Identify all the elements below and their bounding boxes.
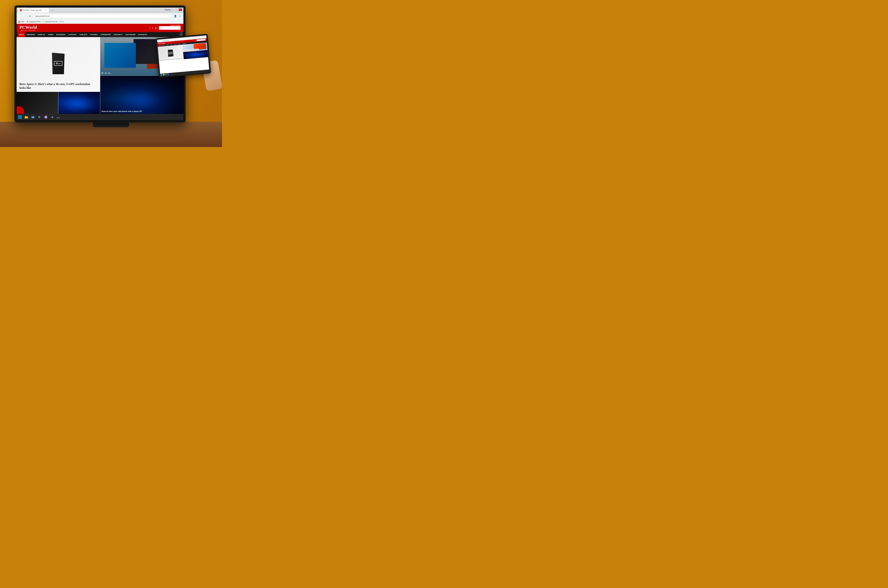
svg-point-7 (39, 117, 40, 118)
tablet-browser: ← → www.pcworld.com PCWorld f (157, 35, 210, 76)
site-search-bar[interactable]: 🔍 (159, 26, 180, 30)
svg-point-5 (33, 117, 34, 118)
boxx-computer-image: BOXX (52, 52, 64, 74)
nav-hardware[interactable]: HARDWARE (99, 32, 112, 37)
imported-label: Imported From IE (45, 21, 57, 22)
svg-rect-2 (25, 116, 26, 117)
tablet-chrome-icon[interactable] (165, 74, 166, 75)
tablet-url: www.pcworld.com (162, 39, 169, 41)
social-icons: f 𝕏 g+ 🔍 (150, 26, 180, 30)
hero-article[interactable]: BOXX Boxx Apexx 5: Here's what a 36-core… (16, 37, 100, 92)
tablet-back-btn[interactable]: ← (158, 40, 159, 42)
bottom-article-right[interactable] (58, 92, 100, 114)
side-article-top-text: H... d... b... (100, 70, 113, 75)
onedrive-taskbar-icon[interactable] (30, 115, 36, 120)
site-logo: PCWorld (20, 25, 37, 30)
side-article-bottom-text: How to turn your old phone into a basic … (100, 109, 144, 114)
apps-text: Apps (57, 117, 60, 118)
svg-point-12 (52, 117, 53, 118)
tablet-ie-icon[interactable] (167, 74, 169, 75)
tablet-start-button[interactable] (160, 74, 162, 76)
forward-button[interactable]: → (23, 14, 27, 18)
se-label: se (62, 21, 64, 22)
tab-title: PCWorld - News, tips and ... (23, 9, 44, 11)
tablet-nav-hardware[interactable]: HARDWARE (182, 43, 186, 44)
tablet-files-icon[interactable] (163, 74, 165, 76)
tablet-nav-tablets[interactable]: TABLETS (173, 44, 177, 45)
tablet-article-boxx[interactable]: BOXX Boxx Apexx 5: Here's what a 36-core… (158, 45, 183, 62)
tablet-site: PCWorld f 𝕏 g+ NEWS REVIEWS (157, 38, 209, 74)
nav-news[interactable]: NEWS (17, 32, 26, 37)
scene: AQUOS SHARP P PCWorld - News, tips and .… (0, 0, 222, 147)
site-tagline: Work. Life. Productivity. (20, 29, 37, 31)
user-account-icon[interactable]: 👤 (173, 14, 177, 18)
bookmarks-bar: Apps 🔖 Suggested Sites 📁 Imported From I… (16, 20, 183, 24)
browser-icons: 👤 ≡ (173, 14, 182, 18)
restore-button[interactable]: ❐ (175, 9, 178, 11)
chrome-taskbar-icon[interactable] (43, 115, 49, 120)
tab-favicon: P (20, 9, 22, 11)
tablet-forward-btn[interactable]: → (159, 40, 161, 41)
taskbar-apps-label: Apps (57, 116, 60, 119)
windows-taskbar: Apps (16, 114, 183, 120)
tablet-container: ← → www.pcworld.com PCWorld f (157, 36, 215, 83)
settings-taskbar-icon[interactable] (50, 115, 55, 120)
new-tab-button[interactable]: + (50, 8, 54, 12)
suggested-sites-label: Suggested Sites (29, 21, 41, 22)
steam-taskbar-icon[interactable] (36, 115, 42, 120)
chrome-navbar: ← → ↻ www.pcworld.com 👤 ≡ (16, 13, 183, 20)
nav-security[interactable]: SECURITY (112, 32, 124, 37)
twitter-icon[interactable]: 𝕏 (152, 27, 153, 29)
bottom-articles (16, 92, 100, 114)
nav-software[interactable]: SOFTWARE (124, 32, 137, 37)
search-icon: 🔍 (160, 27, 162, 29)
address-bar[interactable]: www.pcworld.com (33, 14, 172, 18)
facebook-icon[interactable]: f (150, 27, 150, 29)
imported-ie-bookmark[interactable]: 📁 Imported From IE (42, 21, 57, 22)
bottom-article-left[interactable] (16, 92, 58, 114)
nav-phones[interactable]: PHONES (89, 32, 99, 37)
close-button[interactable]: ✕ (179, 9, 182, 11)
tablet-nav-howto[interactable]: HOW-TO (166, 45, 170, 46)
nav-reviews[interactable]: REVIEWS (26, 32, 36, 37)
refresh-button[interactable]: ↻ (28, 14, 32, 18)
se-bookmark[interactable]: 🔗 se (59, 21, 64, 22)
tablet-nav-video[interactable]: VIDEO (170, 44, 173, 45)
apps-bookmark[interactable]: Apps (18, 21, 24, 22)
browser-tab[interactable]: P PCWorld - News, tips and ... ✕ (18, 8, 49, 13)
tablet-nav-news[interactable]: NEWS (158, 45, 161, 46)
nav-gadgets[interactable]: GADGETS (137, 32, 148, 37)
tab-close-button[interactable]: ✕ (45, 9, 47, 12)
nav-business[interactable]: BUSINESS (55, 32, 67, 37)
apps-label: Apps (21, 21, 24, 22)
chrome-titlebar: P PCWorld - News, tips and ... ✕ + Thoma… (16, 8, 183, 13)
tablet: ← → www.pcworld.com PCWorld f (156, 34, 211, 78)
tablet-logo: PCWorld (158, 42, 165, 45)
tablet-nav-phones[interactable]: PHONES (177, 44, 181, 45)
googleplus-icon[interactable]: g+ (155, 27, 158, 29)
minimize-button[interactable]: — (171, 9, 174, 11)
hero-text: Boxx Apexx 5: Here's what a 36-core, 5-G… (16, 81, 100, 92)
subscribe-button[interactable]: SUBSCRIBE (171, 24, 180, 26)
nav-tablets[interactable]: TABLETS (78, 32, 89, 37)
menu-icon[interactable]: ≡ (178, 14, 182, 18)
site-header: PCWorld Work. Life. Productivity. f 𝕏 g+… (16, 24, 183, 32)
svg-rect-1 (25, 117, 28, 118)
nav-laptops[interactable]: LAPTOPS (67, 32, 78, 37)
back-button[interactable]: ← (18, 14, 22, 18)
tablet-nav-reviews[interactable]: REVIEWS (161, 45, 165, 46)
bottom-article-right-image (58, 92, 100, 114)
apps-icon (18, 21, 20, 22)
window-controls: — ❐ ✕ (171, 9, 182, 11)
nav-howto[interactable]: HOW-TO (36, 32, 46, 37)
windows-logo (18, 116, 22, 119)
suggested-sites-bookmark[interactable]: 🔖 Suggested Sites (26, 21, 41, 22)
file-explorer-taskbar-icon[interactable] (23, 115, 29, 120)
user-label: Thomas (164, 9, 171, 11)
svg-point-11 (45, 117, 46, 118)
hero-title: Boxx Apexx 5: Here's what a 36-core, 5-G… (20, 82, 97, 90)
start-button[interactable] (17, 115, 23, 120)
tablet-screen: ← → www.pcworld.com PCWorld f (157, 35, 210, 76)
tablet-search[interactable] (196, 39, 206, 41)
nav-video[interactable]: VIDEO (46, 32, 55, 37)
